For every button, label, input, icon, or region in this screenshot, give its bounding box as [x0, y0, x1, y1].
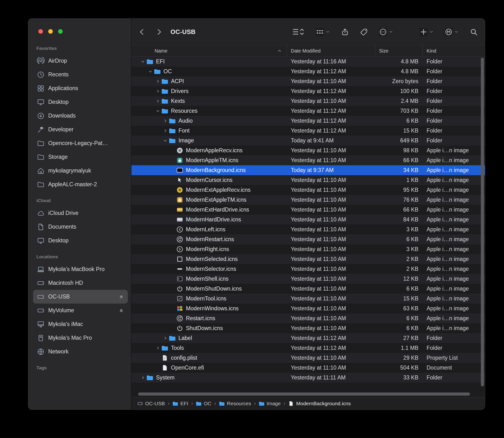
sidebar: FavoritesAirDropRecentsApplicationsDeskt… [28, 19, 131, 410]
name-cell: ModernSelector.icns [131, 265, 287, 273]
sidebar-item-mykolagrymalyuk[interactable]: mykolagrymalyuk [33, 164, 128, 177]
disclosure-triangle-icon[interactable] [155, 98, 161, 104]
view-options-button[interactable] [292, 27, 305, 36]
disclosure-triangle-icon[interactable] [155, 88, 161, 94]
eject-icon[interactable] [118, 307, 125, 314]
name-cell: ModernLeft.icns [131, 226, 287, 233]
horizontal-scrollbar[interactable] [138, 393, 470, 396]
path-separator: › [167, 400, 170, 407]
file-row-modernshutdown-icns[interactable]: ModernShutDown.icnsYesterday at 11:10 AM… [131, 284, 485, 294]
path-item-efi[interactable]: EFI [172, 401, 188, 406]
path-item-oc[interactable]: OC [196, 401, 211, 406]
sidebar-item-mykola-s-macbook-pro[interactable]: Mykola’s MacBook Pro [33, 262, 128, 276]
sidebar-item-mykola-s-mac-pro[interactable]: Mykola’s Mac Pro [33, 331, 128, 345]
file-row-modernselector-icns[interactable]: ModernSelector.icnsYesterday at 11:10 AM… [131, 264, 485, 274]
path-item-label: EFI [180, 401, 188, 406]
file-row-resources[interactable]: ResourcesYesterday at 11:12 AM703 KBFold… [131, 106, 485, 116]
path-item-modernbackground-icns[interactable]: ModernBackground.icns [288, 401, 351, 406]
column-header-name[interactable]: Name [131, 45, 287, 56]
group-by-button[interactable] [316, 28, 330, 36]
disclosure-triangle-icon[interactable] [155, 78, 161, 85]
file-row-config-plist[interactable]: config.plistYesterday at 11:10 AM29 KBPr… [131, 353, 485, 363]
sidebar-item-myvolume[interactable]: MyVolume [33, 304, 128, 317]
eject-icon[interactable] [118, 294, 125, 300]
file-row-moderntool-icns[interactable]: ModernTool.icnsYesterday at 11:10 AM15 K… [131, 294, 485, 304]
file-row-font[interactable]: FontYesterday at 11:12 AM15 KBFolder [131, 126, 485, 136]
file-row-audio[interactable]: AudioYesterday at 11:12 AM6 KBFolder [131, 116, 485, 126]
back-button[interactable] [138, 28, 146, 36]
tags-button[interactable] [360, 28, 368, 36]
path-item-resources[interactable]: Resources [219, 401, 251, 406]
sidebar-item-icloud-drive[interactable]: iCloud Drive [33, 206, 128, 220]
file-row-kexts[interactable]: KextsYesterday at 11:10 AM2.4 MBFolder [131, 96, 485, 106]
column-header-date-modified[interactable]: Date Modified [287, 45, 375, 56]
file-row-tools[interactable]: ToolsYesterday at 11:12 AM1.1 MBFolder [131, 343, 485, 353]
disclosure-triangle-icon[interactable] [140, 375, 146, 381]
search-button[interactable] [470, 28, 478, 36]
file-row-modernharddrive-icns[interactable]: ModernHardDrive.icnsYesterday at 11:10 A… [131, 215, 485, 225]
account-button[interactable] [445, 28, 459, 36]
file-row-modernleft-icns[interactable]: ModernLeft.icnsYesterday at 11:10 AM3 KB… [131, 225, 485, 234]
share-button[interactable] [341, 28, 349, 36]
file-row-modernappletm-icns[interactable]: ModernAppleTM.icnsYesterday at 11:10 AM6… [131, 155, 485, 165]
sidebar-item-developer[interactable]: Developer [33, 123, 128, 136]
file-row-modernwindows-icns[interactable]: ModernWindows.icnsYesterday at 11:10 AM6… [131, 304, 485, 313]
close-button[interactable] [38, 29, 43, 34]
disclosure-triangle-icon[interactable] [162, 335, 168, 341]
sidebar-item-desktop[interactable]: Desktop [33, 234, 128, 247]
disclosure-triangle-icon[interactable] [162, 118, 168, 124]
zoom-button[interactable] [58, 29, 63, 34]
disclosure-triangle-icon[interactable] [155, 108, 161, 114]
kind-cell: Apple i…n image [423, 315, 485, 322]
file-row-restart-icns[interactable]: Restart.icnsYesterday at 11:10 AM6 KBApp… [131, 313, 485, 323]
file-row-modernextappletm-icns[interactable]: ModernExtAppleTM.icnsYesterday at 11:10 … [131, 195, 485, 205]
disclosure-triangle-icon[interactable] [140, 59, 146, 65]
vertical-scrollbar[interactable] [481, 58, 484, 386]
forward-button[interactable] [155, 28, 163, 36]
sidebar-item-recents[interactable]: Recents [33, 68, 128, 81]
file-row-label[interactable]: LabelYesterday at 11:12 AM27 KBFolder [131, 333, 485, 343]
file-row-efi[interactable]: EFIYesterday at 11:16 AM4.8 MBFolder [131, 57, 485, 66]
disclosure-triangle-icon[interactable] [162, 128, 168, 134]
file-row-modernshell-icns[interactable]: ModernShell.icnsYesterday at 11:10 AM12 … [131, 274, 485, 284]
file-row-image[interactable]: ImageToday at 9:41 AM649 KBFolder [131, 136, 485, 145]
sidebar-item-airdrop[interactable]: AirDrop [33, 54, 128, 68]
file-row-modernselected-icns[interactable]: ModernSelected.icnsYesterday at 11:10 AM… [131, 254, 485, 264]
path-item-image[interactable]: Image [259, 401, 281, 406]
sidebar-item-network[interactable]: Network [33, 345, 128, 359]
more-actions-button[interactable] [379, 28, 393, 36]
sidebar-item-downloads[interactable]: Downloads [33, 109, 128, 123]
file-row-shutdown-icns[interactable]: ShutDown.icnsYesterday at 11:10 AM6 KBAp… [131, 323, 485, 333]
new-item-button[interactable] [420, 28, 434, 36]
path-item-oc-usb[interactable]: OC-USB [137, 401, 165, 406]
sidebar-item-applealc-master-2[interactable]: AppleALC-master-2 [33, 177, 128, 191]
disclosure-triangle-icon[interactable] [162, 138, 168, 144]
sidebar-item-documents[interactable]: Documents [33, 220, 128, 234]
sidebar-item-label: Network [48, 348, 125, 355]
file-row-oc[interactable]: OCYesterday at 11:12 AM4.8 MBFolder [131, 66, 485, 76]
file-row-system[interactable]: SystemYesterday at 11:11 AM33 KBFolder [131, 373, 485, 383]
sidebar-item-macintosh-hd[interactable]: Macintosh HD [33, 276, 128, 290]
column-header-size[interactable]: Size [375, 45, 423, 56]
file-row-drivers[interactable]: DriversYesterday at 11:12 AM100 KBFolder [131, 86, 485, 96]
file-row-moderncursor-icns[interactable]: ModernCursor.icnsYesterday at 11:10 AM1 … [131, 175, 485, 185]
file-row-modernextapplerecv-icns[interactable]: ModernExtAppleRecv.icnsYesterday at 11:1… [131, 185, 485, 195]
minimize-button[interactable] [48, 29, 53, 34]
sidebar-item-storage[interactable]: Storage [33, 150, 128, 164]
sidebar-item-oc-usb[interactable]: OC-USB [33, 290, 128, 304]
column-header-kind[interactable]: Kind [423, 45, 485, 56]
file-row-acpi[interactable]: ACPIYesterday at 11:10 AMZero bytesFolde… [131, 76, 485, 86]
sidebar-item-desktop[interactable]: Desktop [33, 95, 128, 109]
file-row-modernbackground-icns[interactable]: ModernBackground.icnsToday at 9:37 AM34 … [131, 165, 485, 175]
sidebar-item-mykola-s-imac[interactable]: Mykola’s iMac [33, 317, 128, 331]
sidebar-item-applications[interactable]: Applications [33, 81, 128, 95]
file-row-modernright-icns[interactable]: ModernRight.icnsYesterday at 11:10 AM3 K… [131, 244, 485, 254]
kind-cell: Apple i…n image [423, 187, 485, 193]
file-row-modernrestart-icns[interactable]: ModernRestart.icnsYesterday at 11:10 AM6… [131, 234, 485, 244]
file-row-opencore-efi[interactable]: OpenCore.efiYesterday at 11:10 AM504 KBD… [131, 363, 485, 373]
disclosure-triangle-icon[interactable] [155, 345, 161, 351]
disclosure-triangle-icon[interactable] [147, 68, 153, 75]
file-row-modernapplerecv-icns[interactable]: ModernAppleRecv.icnsYesterday at 11:10 A… [131, 145, 485, 155]
file-row-modernextharddrive-icns[interactable]: ModernExtHardDrive.icnsYesterday at 11:1… [131, 205, 485, 215]
sidebar-item-opencore-legacy-pat[interactable]: Opencore-Legacy-Pat… [33, 136, 128, 150]
